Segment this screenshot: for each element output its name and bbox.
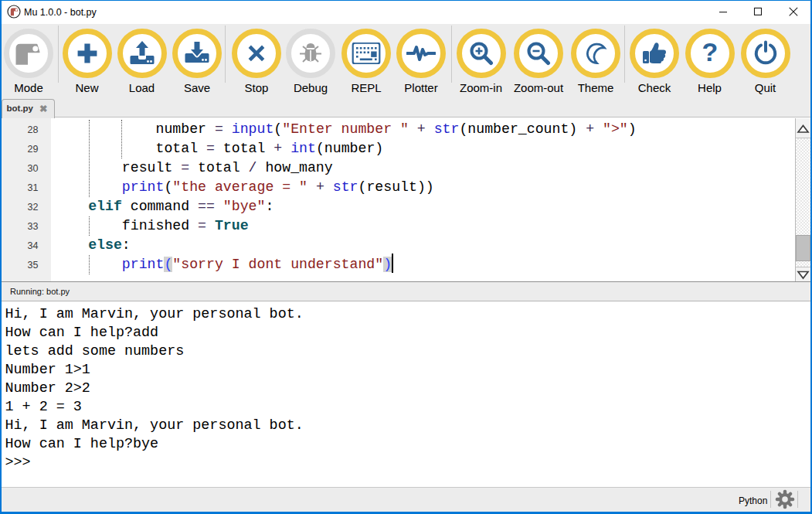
svg-text:?: ?: [702, 39, 718, 66]
